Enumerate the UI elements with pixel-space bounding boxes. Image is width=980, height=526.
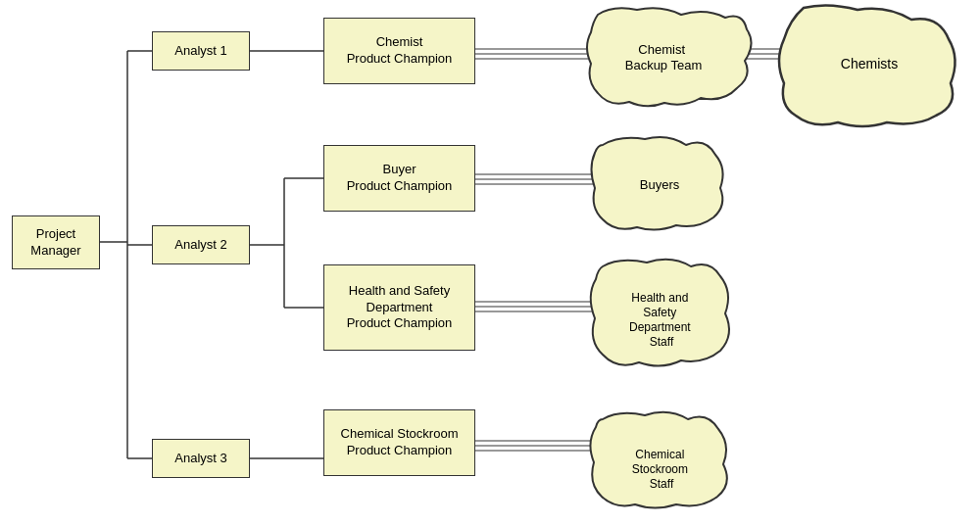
project-manager-node: Project Manager [12, 215, 100, 269]
stockroom-pc-node: Chemical Stockroom Product Champion [323, 409, 475, 476]
svg-text:Buyers: Buyers [640, 177, 680, 192]
analyst3-node: Analyst 3 [152, 439, 250, 478]
svg-text:Chemists: Chemists [841, 56, 898, 72]
org-chart: Project Manager Analyst 1 Analyst 2 Anal… [0, 0, 980, 526]
chemist-pc-node: Chemist Product Champion [323, 18, 475, 84]
svg-text:Chemical
      Stockroom
     : Chemical Stockroom Staff [632, 448, 692, 491]
hs-pc-node: Health and Safety Department Product Cha… [323, 264, 475, 351]
svg-text:Chemist
      Backup Team: Chemist Backup Team [625, 42, 703, 72]
svg-text:Health and
      Safety
      : Health and Safety Department Staff [629, 291, 694, 349]
buyer-pc-node: Buyer Product Champion [323, 145, 475, 212]
analyst1-node: Analyst 1 [152, 31, 250, 71]
analyst2-node: Analyst 2 [152, 225, 250, 264]
